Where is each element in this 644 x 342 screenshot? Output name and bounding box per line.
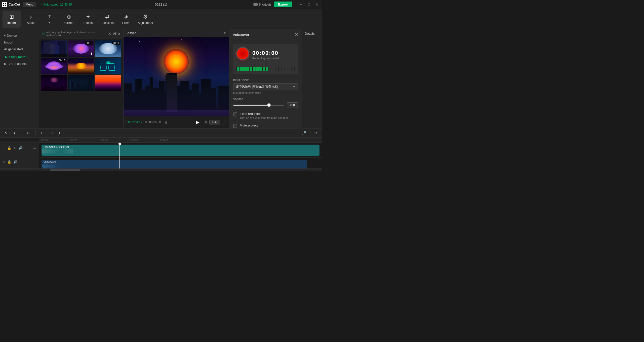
ratio-button[interactable]: Ratio (209, 120, 220, 124)
toolbar-audio[interactable]: ♪ Audio (22, 11, 40, 28)
vo-wave-bar (48, 164, 48, 168)
filters-icon: ◈ (124, 14, 129, 20)
scroll-thumb[interactable] (50, 169, 80, 171)
ruler-mark-1: 1:00:02 (69, 139, 77, 142)
media-thumb-4[interactable]: 00:15 (41, 58, 67, 74)
lock-icon-audio[interactable]: 🔒 (7, 160, 11, 164)
record-time-info: 00:00:00 Recording not started (252, 50, 279, 60)
toolbar-effects-label: Effects (84, 21, 93, 25)
media-area: 🛡 oid copyright infringement, do not exp… (39, 29, 123, 128)
vo-wave-bar (59, 163, 59, 168)
camera-settings-icon[interactable]: ⚙ (204, 120, 207, 124)
media-thumb-7[interactable]: 00:09 (41, 75, 67, 92)
cursor-dropdown-button[interactable]: ▾ (12, 130, 17, 136)
sidebar-item-label: Device (7, 34, 17, 37)
media-thumb-8[interactable]: 00:13 (68, 75, 94, 92)
speaker-icon-audio[interactable]: 🔊 (13, 160, 17, 164)
toolbar-adjustment[interactable]: ⚙ Adjustment (136, 11, 154, 28)
mute-project-checkbox[interactable] (233, 124, 237, 128)
toolbar-filters[interactable]: ◈ Filters (117, 11, 135, 28)
trim-right-button[interactable]: ⊢ (58, 130, 64, 136)
audio-seg-11 (269, 67, 272, 71)
undo-button[interactable]: ↩ (25, 130, 31, 136)
grid-view-icon[interactable]: ⊞ (165, 120, 168, 124)
timeline-separator-1 (21, 131, 21, 136)
filter-button[interactable]: All ⚙ (113, 32, 120, 35)
timeline-toolbar: ↖ ▾ ↩ ⊢ ⊣ ⊢ 🎤 ⟳ (0, 129, 322, 138)
keyboard-icon: ⌨ (253, 3, 258, 6)
vo-wave-bar (49, 165, 49, 167)
minimize-button[interactable]: ─ (298, 2, 304, 8)
title-right-controls: ⌨ Shortcuts Export ─ □ ✕ (253, 2, 320, 8)
menu-button[interactable]: Menu (23, 2, 36, 7)
edit-icon[interactable]: ✏ (33, 146, 36, 150)
audio-seg-10 (266, 67, 268, 71)
timeline-tracks: 00:00 1:00:02 1:00:04 1:00:06 1:00:08 Ci… (39, 138, 322, 168)
record-time: 00:00:00 (252, 50, 279, 56)
speaker-icon[interactable]: 🔊 (19, 146, 23, 150)
media-thumb-3[interactable]: 00:14 (95, 40, 121, 57)
record-button[interactable] (236, 47, 249, 60)
toolbar-import[interactable]: ⊞ Import (3, 11, 21, 28)
wave-bar (72, 149, 72, 154)
sidebar-item-device[interactable]: ▾ Device (0, 32, 39, 39)
split-button[interactable]: ⊢ (39, 130, 46, 136)
media-thumb-5[interactable]: 00:35 (68, 58, 94, 74)
media-thumb-9[interactable]: 00:10 (95, 75, 121, 92)
toolbar-effects[interactable]: ✦ Effects (79, 11, 97, 28)
volume-slider[interactable] (233, 105, 284, 106)
video-clip[interactable]: City moon 00:00:35:00 (42, 145, 319, 156)
toolbar-text[interactable]: T Text (41, 11, 59, 28)
export-button[interactable]: Export (274, 2, 292, 7)
add-track-icon[interactable]: ⊞ (3, 146, 5, 150)
thumb-duration-2: 00:15 (85, 41, 93, 45)
media-thumb-2[interactable]: 00:15 ⬇ (68, 40, 94, 57)
toolbar-transitions-label: Transitions (100, 21, 114, 25)
maximize-button[interactable]: □ (306, 2, 312, 8)
voiceover-clip[interactable]: Voiceover1 (42, 160, 307, 168)
wave-bar (70, 148, 70, 154)
vo-wave-bar (44, 164, 44, 168)
transitions-icon: ⇄ (105, 14, 109, 20)
media-grid: 00:31 00:15 ⬇ 00:14 (39, 38, 123, 93)
media-thumb-6[interactable]: 00:30 (95, 58, 121, 74)
sidebar-item-stock-mater[interactable]: ▶ Stock mater... (0, 54, 39, 60)
device-select[interactable]: 麦克风阵列 (英特尔® 智音技术) (233, 83, 298, 90)
toolbar-transitions[interactable]: ⇄ Transitions (98, 11, 116, 28)
echo-reduction-toggle-row: Echo reduction Turn on to avoid echo fro… (233, 112, 298, 120)
eye-icon[interactable]: 👁 (13, 146, 17, 150)
audio-level-bar (236, 67, 295, 71)
loop-icon[interactable]: ⟲ (3, 160, 5, 164)
timeline-scrollbar[interactable] (0, 168, 322, 171)
volume-number-input[interactable] (287, 102, 298, 108)
wave-bar (50, 148, 50, 154)
toolbar-stickers[interactable]: ☺ Stickers (60, 11, 78, 28)
wave-bar (53, 149, 53, 154)
echo-reduction-label: Echo reduction (240, 112, 298, 116)
timeline-settings-button[interactable]: ⟳ (313, 130, 319, 136)
media-thumb-1[interactable]: 00:31 (41, 40, 67, 57)
lock-icon[interactable]: 🔒 (7, 146, 11, 150)
wave-bar (51, 149, 51, 153)
filter-icon: ⚙ (117, 32, 120, 35)
microphone-button[interactable]: 🎤 (300, 130, 308, 136)
download-icon-2[interactable]: ⬇ (90, 52, 93, 56)
voiceover-close-button[interactable]: ✕ (295, 32, 298, 37)
close-notice-button[interactable]: ✕ (108, 31, 111, 36)
close-button[interactable]: ✕ (314, 2, 320, 8)
audio-seg-18 (292, 67, 294, 71)
fullscreen-icon[interactable]: ⛶ (222, 120, 226, 124)
sidebar-item-import[interactable]: Import (0, 39, 39, 46)
sidebar-item-ai-generated[interactable]: AI generated (0, 46, 39, 53)
echo-reduction-checkbox[interactable] (233, 112, 237, 116)
audio-seg-12 (272, 67, 275, 71)
wave-bar (43, 149, 43, 153)
cursor-tool-button[interactable]: ↖ (3, 130, 9, 136)
shortcuts-button[interactable]: ⌨ Shortcuts (253, 3, 271, 6)
player-menu-icon[interactable]: ≡ (224, 31, 226, 35)
audio-seg-5 (250, 67, 252, 71)
sidebar-item-brand-assets[interactable]: ▶ Brand assets (0, 60, 39, 67)
wave-bar (69, 149, 69, 153)
trim-left-button[interactable]: ⊣ (49, 130, 55, 136)
play-button[interactable]: ▶ (194, 118, 202, 126)
